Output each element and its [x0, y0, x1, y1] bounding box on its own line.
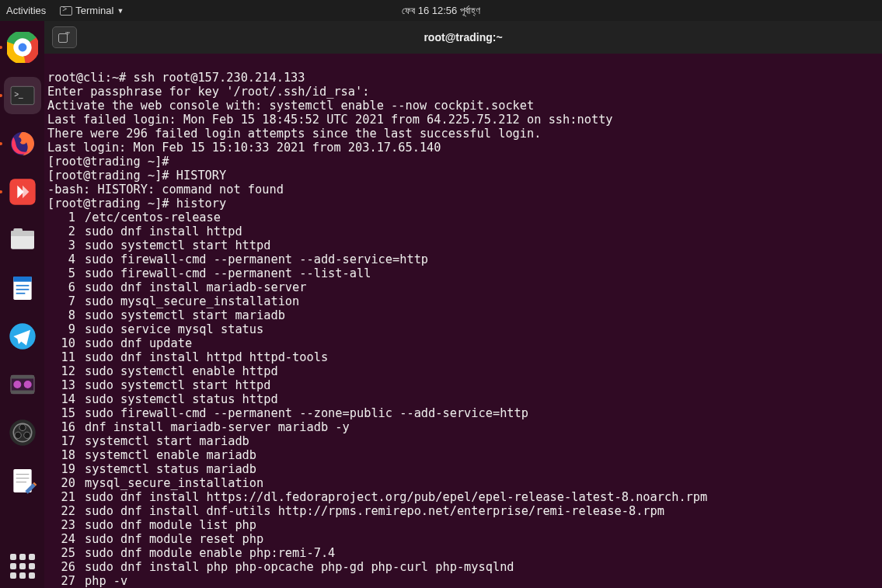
dock-item-firefox[interactable]	[4, 125, 41, 162]
history-entry: 25sudo dnf module enable php:remi-7.4	[47, 546, 879, 560]
history-command: sudo dnf module enable php:remi-7.4	[85, 546, 879, 560]
activities-button[interactable]: Activities	[6, 5, 46, 16]
svg-point-28	[23, 432, 30, 438]
history-command: sudo mysql_secure_installation	[85, 294, 879, 308]
history-entry: 18systemctl enable mariadb	[47, 448, 879, 462]
history-entry: 6sudo dnf install mariadb-server	[47, 280, 879, 294]
history-command: sudo dnf install php php-opcache php-gd …	[85, 560, 879, 574]
history-entry: 7sudo mysql_secure_installation	[47, 294, 879, 308]
history-command: /etc/centos-release	[85, 210, 879, 224]
history-entry: 11sudo dnf install httpd httpd-tools	[47, 350, 879, 364]
history-command: systemctl enable mariadb	[85, 448, 879, 462]
history-number: 9	[47, 322, 85, 336]
dock-item-chrome[interactable]	[4, 29, 41, 66]
history-command: systemctl start mariadb	[85, 434, 879, 448]
history-command: sudo dnf install mariadb-server	[85, 280, 879, 294]
dock-item-video[interactable]	[4, 366, 41, 403]
history-command: sudo dnf update	[85, 336, 879, 350]
chevron-down-icon: ▼	[117, 7, 124, 15]
clock[interactable]: ফেব 16 12:56 পূর্বাহ্ণ	[402, 5, 480, 17]
dock-item-writer[interactable]	[4, 270, 41, 307]
history-command: sudo systemctl enable httpd	[85, 364, 879, 378]
history-number: 16	[47, 420, 85, 434]
dock-item-terminal[interactable]: >_	[4, 77, 41, 114]
history-number: 24	[47, 532, 85, 546]
svg-rect-14	[13, 277, 31, 282]
history-number: 15	[47, 406, 85, 420]
history-number: 27	[47, 574, 85, 588]
history-command: sudo dnf install httpd	[85, 224, 879, 238]
history-entry: 17systemctl start mariadb	[47, 434, 879, 448]
terminal-line: [root@trading ~]#	[47, 155, 879, 169]
history-command: sudo dnf install https://dl.fedoraprojec…	[85, 490, 879, 504]
history-number: 22	[47, 504, 85, 518]
history-entry: 9sudo service mysql status	[47, 322, 879, 336]
history-number: 6	[47, 280, 85, 294]
history-entry: 10sudo dnf update	[47, 336, 879, 350]
history-number: 8	[47, 308, 85, 322]
history-entry: 16dnf install mariadb-server mariadb -y	[47, 420, 879, 434]
history-command: sudo firewall-cmd --permanent --add-serv…	[85, 252, 879, 266]
history-number: 5	[47, 266, 85, 280]
history-number: 4	[47, 252, 85, 266]
history-command: sudo systemctl start httpd	[85, 238, 879, 252]
history-entry: 3sudo systemctl start httpd	[47, 238, 879, 252]
history-number: 25	[47, 546, 85, 560]
terminal-line: Enter passphrase for key '/root/.ssh/id_…	[47, 85, 879, 99]
app-menu-label: Terminal	[75, 5, 113, 16]
history-entry: 12sudo systemctl enable httpd	[47, 364, 879, 378]
document-icon	[7, 273, 38, 304]
text-editor-icon	[7, 465, 38, 496]
video-icon	[7, 369, 38, 400]
history-entry: 5sudo firewall-cmd --permanent --list-al…	[47, 266, 879, 280]
dock-item-telegram[interactable]	[4, 318, 41, 355]
history-number: 20	[47, 476, 85, 490]
history-number: 26	[47, 560, 85, 574]
history-number: 17	[47, 434, 85, 448]
dock-item-gedit[interactable]	[4, 462, 41, 499]
svg-text:>_: >_	[14, 90, 23, 99]
terminal-output[interactable]: root@cli:~# ssh root@157.230.214.133Ente…	[44, 54, 882, 588]
dock-item-anydesk[interactable]	[4, 173, 41, 210]
history-number: 21	[47, 490, 85, 504]
anydesk-icon	[7, 176, 38, 207]
terminal-line: -bash: HISTORY: command not found	[47, 183, 879, 197]
history-command: sudo systemctl status httpd	[85, 392, 879, 406]
telegram-icon	[7, 321, 38, 352]
history-entry: 14sudo systemctl status httpd	[47, 392, 879, 406]
history-number: 1	[47, 210, 85, 224]
app-menu-terminal[interactable]: Terminal ▼	[60, 5, 124, 16]
history-entry: 20mysql_secure_installation	[47, 476, 879, 490]
history-number: 2	[47, 224, 85, 238]
gnome-top-bar: Activities Terminal ▼ ফেব 16 12:56 পূর্ব…	[0, 0, 882, 21]
history-command: sudo dnf module list php	[85, 518, 879, 532]
new-tab-button[interactable]	[52, 26, 77, 48]
history-command: sudo dnf install dnf-utils http://rpms.r…	[85, 504, 879, 518]
svg-point-27	[15, 432, 21, 438]
dock-item-files[interactable]	[4, 221, 41, 259]
history-command: sudo systemctl start httpd	[85, 378, 879, 392]
history-command: sudo systemctl start mariadb	[85, 308, 879, 322]
svg-point-20	[13, 381, 21, 388]
history-entry: 2sudo dnf install httpd	[47, 224, 879, 238]
window-title-bar: root@trading:~	[44, 21, 882, 54]
terminal-line: root@cli:~# ssh root@157.230.214.133	[47, 71, 879, 85]
svg-rect-23	[11, 391, 34, 394]
terminal-line: Last failed login: Mon Feb 15 18:45:52 U…	[47, 113, 879, 127]
history-entry: 24sudo dnf module reset php	[47, 532, 879, 546]
history-entry: 26sudo dnf install php php-opcache php-g…	[47, 560, 879, 574]
history-entry: 27php -v	[47, 574, 879, 588]
history-number: 7	[47, 294, 85, 308]
history-command: mysql_secure_installation	[85, 476, 879, 490]
history-number: 19	[47, 462, 85, 476]
dock-item-obs[interactable]	[4, 414, 41, 451]
history-entry: 22sudo dnf install dnf-utils http://rpms…	[47, 504, 879, 518]
new-tab-icon	[58, 32, 71, 43]
svg-point-26	[19, 424, 25, 430]
history-entry: 1/etc/centos-release	[47, 210, 879, 224]
svg-rect-22	[11, 375, 34, 378]
show-applications-button[interactable]	[10, 554, 35, 579]
history-command: sudo service mysql status	[85, 322, 879, 336]
svg-rect-12	[13, 228, 23, 232]
firefox-icon	[7, 128, 38, 159]
